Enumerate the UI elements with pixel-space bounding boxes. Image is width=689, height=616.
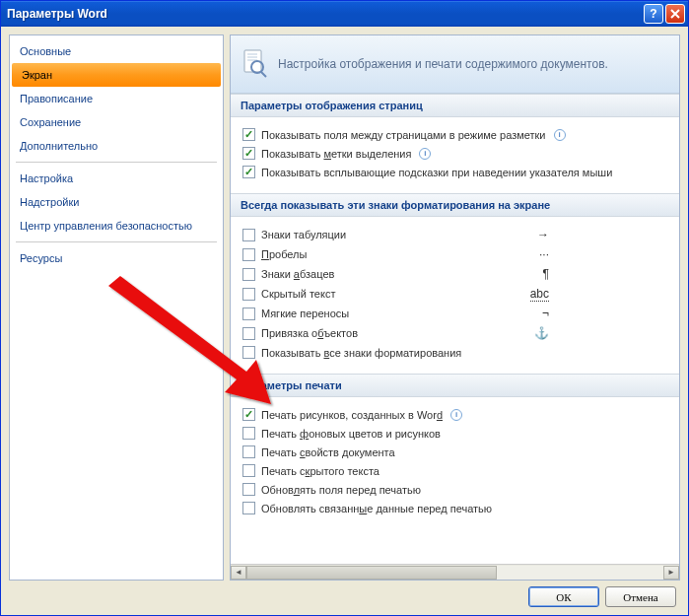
option-row: Скрытый текстabc [242, 284, 667, 304]
nav-item-8[interactable]: Ресурсы [10, 246, 223, 270]
option-label[interactable]: Знаки табуляции [261, 229, 346, 240]
option-row: Обновлять связанные данные перед печатью [242, 499, 667, 517]
option-row: Печать фоновых цветов и рисунков [242, 424, 667, 443]
document-magnifier-icon [242, 49, 268, 79]
dialog-body: ОсновныеЭкранПравописаниеСохранениеДопол… [1, 27, 688, 615]
dialog-buttons: ОК Отмена [9, 586, 680, 607]
checkbox[interactable] [242, 268, 255, 281]
ok-button[interactable]: ОК [528, 586, 599, 607]
section-header: Всегда показывать эти знаки форматирован… [231, 193, 679, 217]
checkbox[interactable] [242, 288, 255, 301]
option-label[interactable]: Показывать все знаки форматирования [261, 347, 461, 359]
option-row: Знаки табуляции→ [242, 225, 667, 244]
nav-item-1[interactable]: Экран [12, 63, 221, 87]
close-icon [670, 9, 680, 19]
option-row: Показывать все знаки форматирования [242, 343, 667, 362]
option-label[interactable]: Пробелы [261, 248, 307, 260]
info-icon[interactable]: i [450, 409, 462, 421]
option-row: Показывать метки выделенияi [242, 144, 667, 163]
format-mark-symbol: ¶ [543, 267, 549, 281]
titlebar[interactable]: Параметры Word ? [1, 1, 688, 27]
window-title: Параметры Word [7, 7, 644, 21]
checkbox[interactable] [242, 502, 255, 514]
checkbox[interactable] [242, 408, 255, 421]
format-mark-symbol: ¬ [542, 307, 549, 320]
close-button[interactable] [665, 4, 685, 24]
checkbox[interactable] [242, 248, 255, 261]
scroll-thumb[interactable] [246, 566, 497, 580]
nav-item-7[interactable]: Центр управления безопасностью [10, 214, 223, 238]
checkbox[interactable] [242, 147, 255, 160]
section-header: Параметры отображения страниц [231, 94, 679, 117]
nav-divider [16, 162, 217, 163]
main-panel: Настройка отображения и печати содержимо… [230, 34, 680, 581]
main-header: Настройка отображения и печати содержимо… [231, 35, 679, 94]
checkbox[interactable] [242, 483, 255, 496]
option-row: Печать рисунков, созданных в Wordi [242, 405, 667, 424]
word-options-window: Параметры Word ? ОсновныеЭкранПравописан… [0, 0, 689, 616]
nav-divider [16, 241, 217, 242]
option-label[interactable]: Печать рисунков, созданных в Word [261, 409, 443, 421]
scroll-area[interactable]: Параметры отображения страницПоказывать … [231, 94, 679, 564]
titlebar-buttons: ? [644, 4, 685, 24]
option-label[interactable]: Обновлять поля перед печатью [261, 484, 421, 496]
content-row: ОсновныеЭкранПравописаниеСохранениеДопол… [9, 34, 680, 581]
section-options: Знаки табуляции→Пробелы···Знаки абзацев¶… [231, 217, 679, 374]
nav-item-4[interactable]: Дополнительно [10, 134, 223, 158]
help-button[interactable]: ? [644, 4, 663, 24]
option-label[interactable]: Знаки абзацев [261, 268, 334, 280]
section-options: Показывать поля между страницами в режим… [231, 117, 679, 193]
option-row: Печать скрытого текста [242, 461, 667, 480]
option-label[interactable]: Показывать метки выделения [261, 148, 411, 160]
info-icon[interactable]: i [419, 148, 431, 160]
svg-line-5 [261, 72, 266, 77]
nav-item-5[interactable]: Настройка [10, 167, 223, 190]
option-row: Показывать всплывающие подсказки при нав… [242, 163, 667, 181]
option-label[interactable]: Показывать поля между страницами в режим… [261, 129, 546, 141]
section-header: Параметры печати [231, 374, 679, 397]
section-options: Печать рисунков, созданных в WordiПечать… [231, 397, 679, 529]
scroll-track[interactable] [246, 566, 663, 580]
nav-sidebar: ОсновныеЭкранПравописаниеСохранениеДопол… [9, 34, 224, 581]
option-row: Печать свойств документа [242, 443, 667, 461]
cancel-button[interactable]: Отмена [605, 586, 676, 607]
nav-item-2[interactable]: Правописание [10, 87, 223, 110]
nav-item-0[interactable]: Основные [10, 39, 223, 63]
option-label[interactable]: Печать свойств документа [261, 446, 395, 458]
option-label[interactable]: Печать скрытого текста [261, 465, 379, 477]
option-row: Знаки абзацев¶ [242, 264, 667, 284]
nav-item-6[interactable]: Надстройки [10, 190, 223, 214]
option-row: Показывать поля между страницами в режим… [242, 125, 667, 144]
option-label[interactable]: Скрытый текст [261, 288, 335, 300]
info-icon[interactable]: i [554, 129, 566, 141]
checkbox[interactable] [242, 166, 255, 178]
option-row: Привязка объектов⚓ [242, 323, 667, 343]
horizontal-scrollbar[interactable]: ◄ ► [231, 564, 679, 580]
option-label[interactable]: Обновлять связанные данные перед печатью [261, 503, 492, 514]
checkbox[interactable] [242, 427, 255, 440]
checkbox[interactable] [242, 327, 255, 340]
format-mark-symbol: abc [530, 287, 549, 301]
option-row: Пробелы··· [242, 244, 667, 264]
option-row: Обновлять поля перед печатью [242, 480, 667, 499]
option-label[interactable]: Печать фоновых цветов и рисунков [261, 428, 441, 440]
scroll-right-arrow[interactable]: ► [663, 566, 679, 580]
format-mark-symbol: ⚓ [534, 326, 549, 340]
option-row: Мягкие переносы¬ [242, 304, 667, 323]
checkbox[interactable] [242, 128, 255, 141]
checkbox[interactable] [242, 308, 255, 320]
scroll-left-arrow[interactable]: ◄ [231, 566, 246, 580]
checkbox[interactable] [242, 229, 255, 241]
nav-item-3[interactable]: Сохранение [10, 110, 223, 134]
option-label[interactable]: Привязка объектов [261, 327, 358, 339]
option-label[interactable]: Показывать всплывающие подсказки при нав… [261, 167, 612, 178]
checkbox[interactable] [242, 445, 255, 458]
option-label[interactable]: Мягкие переносы [261, 308, 349, 319]
main-header-text: Настройка отображения и печати содержимо… [278, 57, 608, 71]
format-mark-symbol: ··· [539, 247, 549, 261]
checkbox[interactable] [242, 346, 255, 359]
format-mark-symbol: → [537, 228, 549, 241]
checkbox[interactable] [242, 464, 255, 477]
